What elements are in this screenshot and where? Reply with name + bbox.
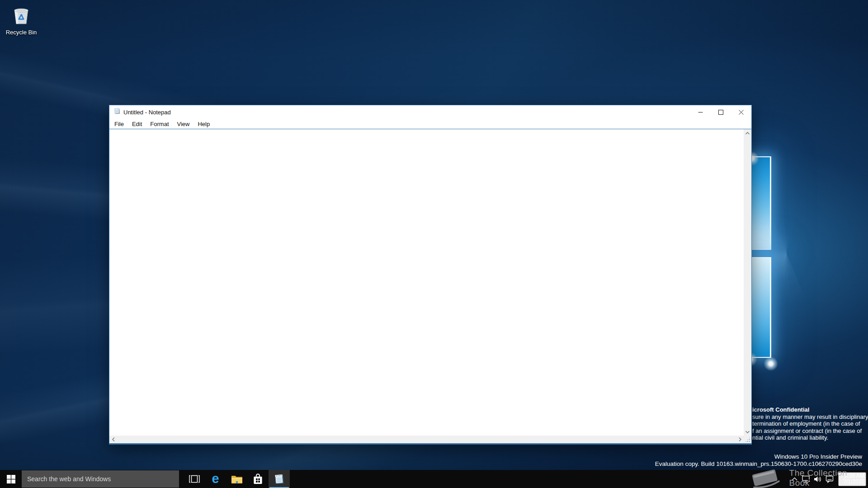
edge-icon: e	[212, 472, 219, 485]
wallpaper-logo-pane-top	[749, 156, 771, 250]
taskbar: e	[0, 470, 868, 488]
scroll-left-button[interactable]	[109, 436, 117, 443]
menu-help[interactable]: Help	[193, 121, 214, 127]
confidential-line: f an assignment or contract (in the case…	[752, 427, 868, 435]
evaluation-line: Evaluation copy. Build 10163.winmain_prs…	[655, 460, 862, 468]
start-button[interactable]	[0, 470, 22, 488]
scroll-right-button[interactable]	[736, 436, 744, 443]
folder-icon	[231, 474, 243, 484]
menu-view[interactable]: View	[173, 121, 194, 127]
store-bag-icon	[253, 473, 263, 485]
notepad-icon	[273, 473, 285, 485]
clock-time: 9:38 AM	[839, 473, 864, 479]
confidential-watermark: icrosoft Confidential sure in any manner…	[752, 406, 868, 441]
scroll-down-button[interactable]	[744, 428, 751, 436]
evaluation-line: Windows 10 Pro Insider Preview	[655, 453, 862, 460]
confidential-line: icrosoft Confidential	[752, 406, 868, 413]
windows-logo-icon	[7, 475, 15, 483]
volume-tray-button[interactable]	[812, 470, 824, 488]
chevron-down-icon	[745, 431, 750, 433]
volume-icon	[814, 475, 822, 483]
resize-grip[interactable]	[744, 436, 751, 443]
show-hidden-icons-button[interactable]	[788, 470, 800, 488]
clock-date: 7/1/2015	[839, 479, 864, 485]
file-explorer-button[interactable]	[226, 470, 247, 488]
edge-button[interactable]: e	[205, 470, 226, 488]
recycle-bin-label: Recycle Bin	[2, 29, 41, 36]
search-input[interactable]	[27, 475, 174, 483]
recycle-bin-icon	[10, 20, 33, 28]
close-button[interactable]	[731, 105, 751, 119]
menu-format[interactable]: Format	[146, 121, 173, 127]
window-title: Untitled - Notepad	[123, 109, 171, 116]
menu-bar: File Edit Format View Help	[109, 119, 751, 129]
taskbar-apps: e	[184, 470, 290, 488]
menu-edit[interactable]: Edit	[128, 121, 146, 127]
menu-file[interactable]: File	[110, 121, 128, 127]
recycle-bin-desktop-icon[interactable]: Recycle Bin	[2, 4, 41, 36]
chevron-left-icon	[112, 437, 115, 441]
task-view-button[interactable]	[184, 470, 205, 488]
action-center-icon	[826, 475, 834, 483]
notepad-text-area[interactable]	[109, 129, 744, 436]
chevron-right-icon	[739, 437, 741, 441]
network-display-icon	[802, 475, 811, 483]
confidential-line: ntial civil and criminal liability.	[752, 434, 868, 441]
notepad-taskbar-button[interactable]	[269, 470, 290, 488]
horizontal-scrollbar[interactable]	[109, 436, 744, 443]
scroll-up-button[interactable]	[744, 129, 751, 137]
minimize-button[interactable]	[690, 105, 711, 119]
chevron-up-icon	[745, 132, 750, 135]
notepad-client-area	[109, 129, 751, 443]
action-center-button[interactable]	[824, 470, 835, 488]
maximize-button[interactable]	[711, 105, 731, 119]
close-icon	[739, 110, 744, 115]
notepad-window: Untitled - Notepad File Edit Format View…	[109, 105, 752, 445]
notepad-window-icon	[113, 108, 121, 117]
taskbar-clock[interactable]: 9:38 AM 7/1/2015	[838, 472, 866, 486]
confidential-line: sure in any manner may result in discipl…	[752, 413, 868, 421]
task-view-icon	[189, 475, 200, 483]
title-bar[interactable]: Untitled - Notepad	[109, 105, 751, 119]
evaluation-watermark: Windows 10 Pro Insider Preview Evaluatio…	[655, 453, 862, 468]
maximize-icon	[718, 110, 723, 115]
minimize-icon	[698, 110, 703, 115]
network-tray-button[interactable]	[800, 470, 812, 488]
desktop: Recycle Bin icrosoft Confidential sure i…	[0, 0, 868, 488]
vertical-scrollbar[interactable]	[744, 129, 751, 436]
chevron-up-icon	[792, 477, 797, 481]
taskbar-search-box[interactable]	[22, 470, 179, 488]
system-tray: 9:38 AM 7/1/2015	[788, 470, 868, 488]
confidential-line: termination of employment (in the case o…	[752, 420, 868, 427]
wallpaper-sparkle	[763, 356, 778, 371]
wallpaper-logo-pane-bottom	[749, 257, 771, 358]
store-button[interactable]	[247, 470, 269, 488]
